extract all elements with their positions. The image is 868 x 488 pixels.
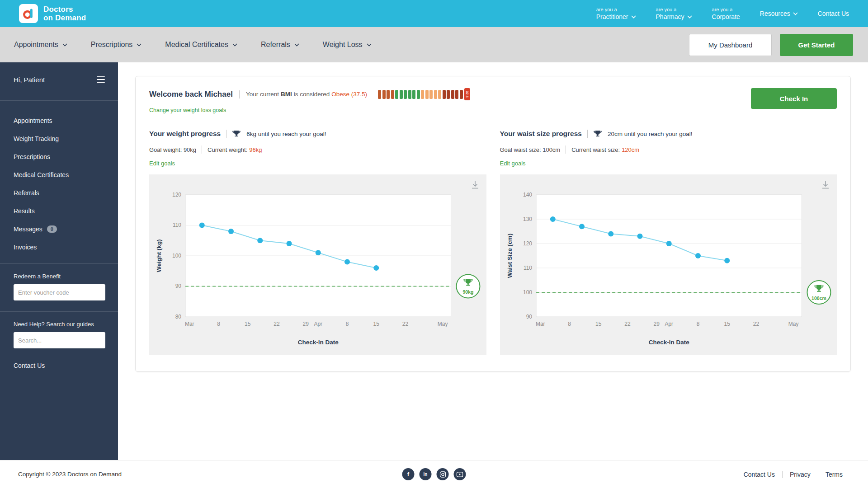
topbar-link-corporate[interactable]: are you a Corporate xyxy=(712,7,740,20)
current-weight-label: Current weight:96kg xyxy=(208,146,262,153)
guides-search-input[interactable] xyxy=(14,332,105,348)
nav-item-medical-certificates[interactable]: Medical Certificates xyxy=(165,41,237,49)
divider xyxy=(0,311,118,312)
bmi-marker: 37.5 xyxy=(464,88,470,100)
check-in-button[interactable]: Check In xyxy=(751,88,837,109)
bmi-scale-bar xyxy=(391,90,394,99)
bmi-scale-bar xyxy=(400,90,403,99)
sidebar-menu: Appointments Weight Tracking Prescriptio… xyxy=(0,108,118,256)
logo[interactable]: Doctors on Demand xyxy=(19,4,86,23)
bmi-scale-bar xyxy=(421,90,424,99)
sidebar-item-prescriptions[interactable]: Prescriptions xyxy=(0,148,118,166)
nav-item-prescriptions[interactable]: Prescriptions xyxy=(91,41,142,49)
topbar-link-resources[interactable]: Resources xyxy=(760,10,798,17)
footer: Copyright © 2023 Doctors on Demand f in … xyxy=(0,460,868,488)
sidebar-item-messages[interactable]: Messages 0 xyxy=(0,220,118,238)
sidebar-item-referrals[interactable]: Referrals xyxy=(0,184,118,202)
bmi-label: BMI xyxy=(281,91,292,98)
help-search-label: Need Help? Search our guides xyxy=(14,321,105,328)
change-goals-link[interactable]: Change your weight loss goals xyxy=(149,107,226,113)
chevron-down-icon xyxy=(793,12,798,15)
logo-icon xyxy=(19,4,38,23)
download-icon[interactable] xyxy=(470,180,480,190)
svg-text:8: 8 xyxy=(568,321,571,327)
trophy-icon xyxy=(232,129,241,138)
linkedin-icon[interactable]: in xyxy=(420,468,432,480)
main-nav: Appointments Prescriptions Medical Certi… xyxy=(0,27,868,62)
svg-text:100cm: 100cm xyxy=(811,296,826,301)
divider xyxy=(226,130,226,138)
get-started-button[interactable]: Get Started xyxy=(780,34,853,56)
topbar-link-label: Practitioner xyxy=(596,13,628,20)
chevron-down-icon xyxy=(631,15,636,19)
svg-text:May: May xyxy=(438,321,448,327)
bmi-scale-bar xyxy=(451,90,454,99)
topbar-link-label: Resources xyxy=(760,10,790,17)
footer-contact-us-link[interactable]: Contact Us xyxy=(736,471,782,478)
svg-text:100: 100 xyxy=(523,289,532,296)
svg-text:Check-in Date: Check-in Date xyxy=(648,339,689,346)
svg-text:22: 22 xyxy=(624,321,631,327)
bmi-scale-bar xyxy=(460,90,463,99)
chevron-down-icon xyxy=(687,15,692,19)
nav-item-appointments[interactable]: Appointments xyxy=(14,41,67,49)
edit-goals-link[interactable]: Edit goals xyxy=(149,160,175,167)
svg-text:8: 8 xyxy=(346,321,349,327)
goal-weight-label: Goal weight: 90kg xyxy=(149,146,196,153)
download-icon[interactable] xyxy=(821,180,830,190)
footer-terms-link[interactable]: Terms xyxy=(818,471,850,478)
my-dashboard-button[interactable]: My Dashboard xyxy=(689,34,772,56)
nav-item-referrals[interactable]: Referrals xyxy=(261,41,299,49)
topbar-link-contact-us[interactable]: Contact Us xyxy=(818,10,849,17)
messages-count-badge: 0 xyxy=(47,225,57,233)
footer-privacy-link[interactable]: Privacy xyxy=(782,471,818,478)
weight-progress-block: Your weight progress 6kg until you reach… xyxy=(149,129,486,355)
bmi-status-value: Obese (37.5) xyxy=(331,91,367,98)
bmi-scale-bar xyxy=(412,90,415,99)
divider xyxy=(202,145,202,154)
svg-text:100: 100 xyxy=(172,253,181,259)
sidebar-item-label: Messages xyxy=(14,225,42,233)
bmi-scale: 37.5 xyxy=(378,88,470,100)
svg-text:120: 120 xyxy=(172,192,181,198)
svg-text:80: 80 xyxy=(175,314,182,320)
hamburger-icon[interactable] xyxy=(95,75,106,84)
bmi-scale-bar xyxy=(455,90,458,99)
sidebar-item-weight-tracking[interactable]: Weight Tracking xyxy=(0,130,118,148)
sidebar-item-appointments[interactable]: Appointments xyxy=(0,112,118,130)
youtube-icon[interactable] xyxy=(454,468,466,480)
voucher-code-input[interactable] xyxy=(14,284,105,300)
svg-text:29: 29 xyxy=(303,321,309,327)
topbar-link-practitioner[interactable]: are you a Practitioner xyxy=(596,7,636,20)
main-nav-items: Appointments Prescriptions Medical Certi… xyxy=(14,41,372,49)
svg-text:Mar: Mar xyxy=(185,321,194,327)
svg-text:90: 90 xyxy=(526,314,532,320)
nav-item-weight-loss[interactable]: Weight Loss xyxy=(323,41,372,49)
current-weight-value: 96kg xyxy=(249,146,262,153)
instagram-icon[interactable] xyxy=(437,468,449,480)
edit-goals-link[interactable]: Edit goals xyxy=(500,160,526,167)
svg-text:90kg: 90kg xyxy=(463,290,474,295)
svg-text:15: 15 xyxy=(724,321,730,327)
sidebar-item-invoices[interactable]: Invoices xyxy=(0,238,118,256)
weight-chart-panel: 8090100110120Mar8152229Apr81522MayCheck-… xyxy=(149,174,486,355)
chevron-down-icon xyxy=(232,43,237,47)
sidebar-contact-us-link[interactable]: Contact Us xyxy=(0,352,118,379)
sidebar-item-medical-certificates[interactable]: Medical Certificates xyxy=(0,166,118,184)
nav-item-label: Appointments xyxy=(14,41,58,49)
nav-item-label: Referrals xyxy=(261,41,290,49)
sidebar-item-label: Prescriptions xyxy=(14,153,50,160)
social-links: f in xyxy=(402,468,466,480)
dashboard-card: Welcome back Michael Your current BMI is… xyxy=(135,76,851,372)
facebook-icon[interactable]: f xyxy=(402,468,415,480)
topbar-link-label: Corporate xyxy=(712,13,740,20)
topbar-link-pharmacy[interactable]: are you a Pharmacy xyxy=(656,7,692,20)
nav-item-label: Prescriptions xyxy=(91,41,132,49)
bmi-scale-bar xyxy=(417,90,420,99)
bmi-scale-bar xyxy=(438,90,441,99)
divider xyxy=(0,100,118,101)
svg-text:22: 22 xyxy=(402,321,409,327)
divider xyxy=(587,130,588,138)
svg-text:Apr: Apr xyxy=(665,321,673,327)
sidebar-item-results[interactable]: Results xyxy=(0,202,118,220)
